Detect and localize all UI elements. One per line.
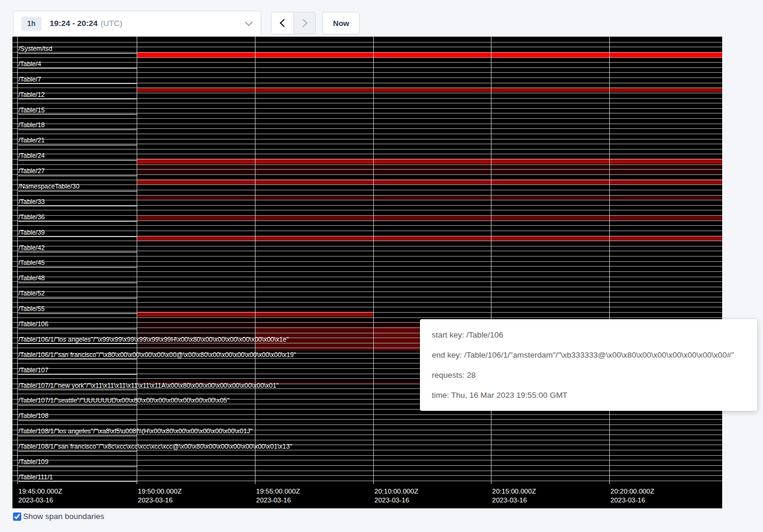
- row-label: /Table/106/1/"san francisco"/"\x80\x00\x…: [18, 351, 296, 359]
- span-boundary-line: [12, 72, 722, 73]
- span-boundary-line: [12, 184, 722, 185]
- row-label: /Table/27: [18, 167, 45, 175]
- span-boundary-line: [12, 231, 722, 231]
- span-boundary-line: [12, 241, 722, 241]
- row-label-underline: [18, 374, 137, 375]
- row-label: /Table/107/1/"new york"/"\x11\x11\x11\x1…: [18, 382, 279, 390]
- x-axis-label: 20:20:00.000Z2023-03-16: [610, 487, 654, 504]
- span-boundary-line: [12, 251, 722, 251]
- row-label: /Table/108: [18, 412, 49, 420]
- axis-date: 2023-03-16: [492, 496, 536, 505]
- row-label: /Table/108/1/"los angeles"/"\xa8\xf5\u00…: [18, 427, 253, 435]
- row-label-underline: [18, 466, 137, 467]
- span-boundary-line: [12, 455, 722, 456]
- span-boundary-line: [12, 475, 722, 476]
- chevron-left-icon: [279, 19, 287, 27]
- prev-range-button[interactable]: [271, 12, 293, 34]
- span-boundary-line: [12, 113, 722, 113]
- span-boundary-line: [12, 287, 722, 287]
- span-boundary-line: [12, 93, 722, 93]
- row-label-underline: [18, 206, 137, 206]
- span-boundary-line: [12, 440, 722, 440]
- row-label: /Table/7: [18, 76, 41, 83]
- row-label: /Table/39: [18, 229, 45, 236]
- span-boundary-line: [12, 215, 722, 216]
- chevron-right-icon: [299, 19, 308, 27]
- span-boundary-line: [12, 291, 722, 292]
- hot-range-band[interactable]: [137, 87, 722, 92]
- row-label: /Table/52: [18, 290, 45, 297]
- x-axis-label: 19:55:00.000Z2023-03-16: [256, 487, 300, 504]
- span-boundary-line: [12, 124, 722, 124]
- axis-time: 20:15:00.000Z: [492, 487, 536, 496]
- row-label: /Table/42: [18, 244, 45, 252]
- now-button[interactable]: Now: [322, 12, 360, 34]
- row-label: /Table/18: [18, 121, 45, 129]
- row-label: /Table/107/1/"seattle"/"UUUUUUD\x00\x80\…: [18, 397, 229, 404]
- span-boundary-line: [12, 266, 722, 267]
- range-text: 19:24 - 20:24: [50, 19, 98, 28]
- time-gridline: [373, 37, 374, 484]
- span-boundary-line: [12, 225, 722, 226]
- span-boundary-line: [12, 180, 722, 180]
- row-label: /Table/108/1/"san francisco"/"\x8c\xcc\x…: [18, 443, 292, 450]
- row-label-underline: [18, 191, 137, 192]
- span-boundary-line: [12, 47, 722, 47]
- row-label-underline: [18, 145, 137, 145]
- span-boundary-line: [12, 419, 722, 420]
- span-boundary-line: [12, 154, 722, 154]
- footer-controls: Show span boundaries: [13, 512, 104, 521]
- row-label-underline: [18, 451, 137, 452]
- heatmap-canvas[interactable]: /System/tsd/Table/4/Table/7/Table/12/Tab…: [12, 37, 722, 508]
- x-axis-label: 20:15:00.000Z2023-03-16: [492, 487, 536, 504]
- next-range-button[interactable]: [293, 12, 315, 34]
- span-boundary-line: [12, 246, 722, 246]
- chevron-down-icon: [245, 18, 253, 26]
- row-label: /Table/21: [18, 137, 45, 144]
- span-boundary-line: [12, 128, 722, 129]
- tooltip-requests: requests: 28: [432, 371, 745, 379]
- row-label: /Table/107: [18, 366, 49, 374]
- hot-range-band[interactable]: [137, 195, 722, 200]
- row-label-underline: [18, 481, 137, 482]
- x-axis-label: 19:50:00.000Z2023-03-16: [138, 487, 182, 504]
- row-label: /NamespaceTable/30: [18, 183, 79, 190]
- row-label: /Table/12: [18, 91, 45, 99]
- row-label-underline: [18, 176, 137, 176]
- row-label-underline: [18, 298, 137, 299]
- row-label-underline: [18, 436, 137, 436]
- row-label-underline: [18, 420, 137, 421]
- span-boundary-line: [12, 149, 722, 150]
- row-label: /Table/45: [18, 259, 45, 267]
- row-label: /Table/15: [18, 106, 45, 114]
- axis-time: 20:10:00.000Z: [374, 487, 418, 496]
- time-range-selector[interactable]: 1h 19:24 - 20:24 (UTC): [13, 11, 261, 36]
- span-boundary-line: [12, 460, 722, 460]
- row-label-underline: [18, 267, 137, 268]
- span-boundaries-checkbox[interactable]: [13, 512, 21, 521]
- range-duration-badge: 1h: [21, 17, 41, 31]
- axis-date: 2023-03-16: [138, 496, 182, 505]
- time-gridline: [609, 37, 610, 484]
- time-gridline: [255, 37, 256, 484]
- row-label-underline: [18, 343, 137, 344]
- hot-range-band[interactable]: [137, 165, 722, 175]
- row-label-underline: [18, 53, 137, 54]
- row-label-underline: [18, 405, 137, 406]
- x-axis-label: 19:45:00.000Z2023-03-16: [18, 487, 62, 504]
- row-label-underline: [18, 313, 137, 314]
- hot-range-band[interactable]: [137, 216, 722, 220]
- row-label: /Table/106/1/"los angeles"/"\x99\x99\x99…: [18, 336, 289, 343]
- tooltip-time: time: Thu, 16 Mar 2023 19:55:00 GMT: [432, 391, 745, 400]
- axis-date: 2023-03-16: [610, 496, 654, 505]
- span-boundary-line: [12, 414, 722, 415]
- row-label-underline: [18, 114, 137, 115]
- span-boundary-line: [12, 118, 722, 119]
- row-label: /Table/24: [18, 152, 45, 160]
- span-boundary-line: [12, 87, 722, 88]
- row-label-underline: [18, 390, 137, 390]
- row-label-underline: [18, 160, 137, 161]
- row-label-underline: [18, 221, 137, 222]
- hot-range-band[interactable]: [137, 52, 722, 57]
- row-label-underline: [18, 236, 137, 237]
